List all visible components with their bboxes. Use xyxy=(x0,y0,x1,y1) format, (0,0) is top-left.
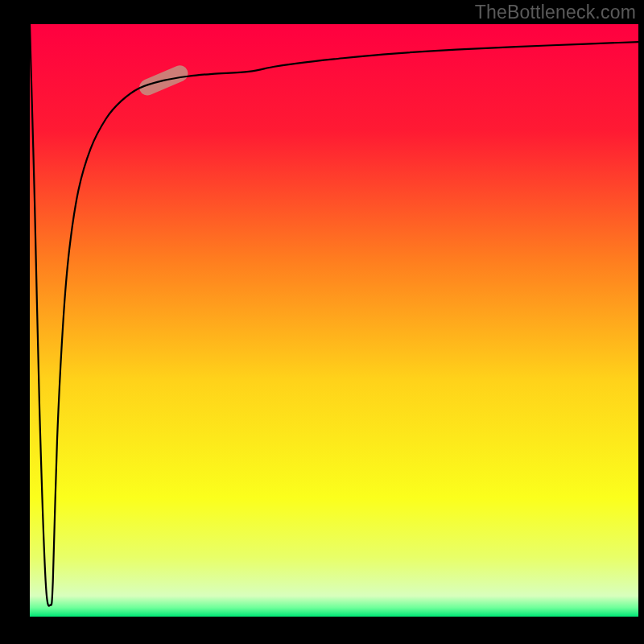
chart-container: TheBottleneck.com xyxy=(0,0,644,644)
gradient-background xyxy=(30,24,638,617)
attribution-label: TheBottleneck.com xyxy=(475,2,636,23)
bottleneck-chart xyxy=(0,0,644,644)
